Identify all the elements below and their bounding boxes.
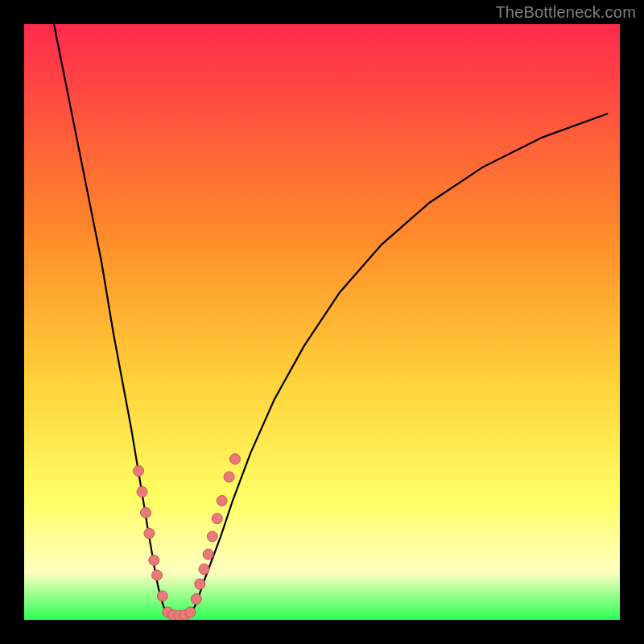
outer-frame: TheBottleneck.com [0,0,644,644]
data-marker [191,594,201,605]
data-marker [185,607,196,617]
data-marker [149,555,159,566]
plot-area [24,24,620,620]
data-marker [229,454,240,464]
data-marker [134,466,144,477]
data-marker [144,528,155,539]
data-marker [195,579,205,589]
data-marker [217,496,227,506]
data-marker [199,564,209,575]
data-marker [224,472,234,482]
data-marker [140,507,151,518]
chart-svg [24,24,620,620]
data-marker [203,549,213,559]
data-marker [157,591,167,601]
data-marker [207,531,217,542]
data-marker [212,514,222,524]
data-marker [152,570,163,580]
gradient-background [24,24,620,620]
watermark-text: TheBottleneck.com [495,3,636,22]
data-marker [137,486,147,497]
